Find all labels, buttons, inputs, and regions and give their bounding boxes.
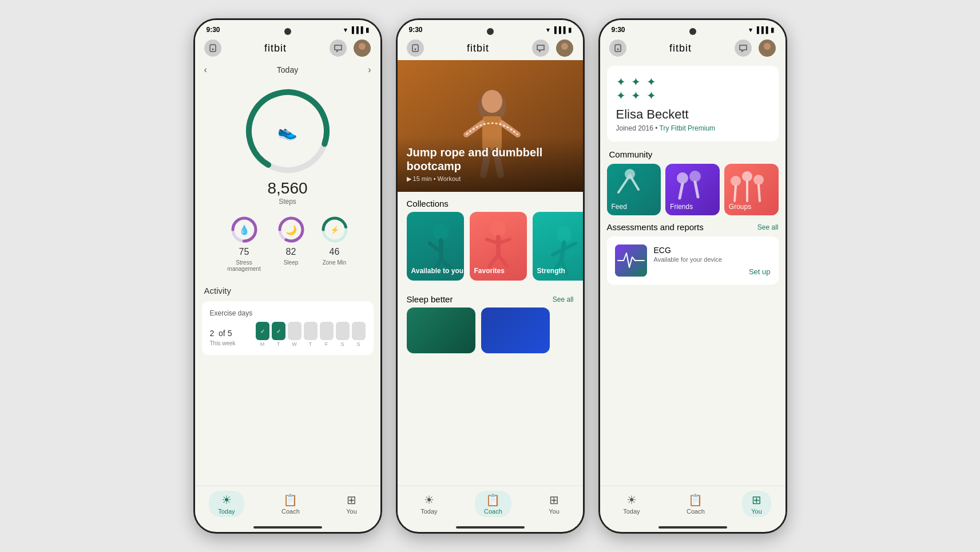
metric-zone[interactable]: ⚡ 46 Zone Min bbox=[320, 215, 350, 272]
sleep-card-1[interactable] bbox=[407, 307, 475, 353]
date-nav: ‹ Today › bbox=[195, 60, 380, 80]
day-col-f: F bbox=[320, 322, 334, 347]
zone-label: Zone Min bbox=[323, 259, 347, 266]
today-icon-3: ☀ bbox=[626, 493, 637, 507]
day-dot-s1 bbox=[336, 322, 350, 340]
ecg-setup-button[interactable]: Set up bbox=[654, 267, 771, 276]
nav-today-2[interactable]: ☀ Today bbox=[411, 491, 446, 517]
exercise-days-card[interactable]: Exercise days 2 of 5 This week ✓ M bbox=[202, 301, 374, 355]
nav-coach-2[interactable]: 📋 Coach bbox=[475, 491, 511, 517]
avatar-1[interactable] bbox=[354, 40, 371, 57]
app-bar-1: fitbit bbox=[195, 36, 380, 60]
nav-coach-3[interactable]: 📋 Coach bbox=[677, 491, 714, 517]
nav-coach-1[interactable]: 📋 Coach bbox=[272, 491, 309, 517]
coach-icon-2: 📋 bbox=[486, 493, 500, 507]
svg-point-55 bbox=[753, 175, 764, 185]
collection-favorites[interactable]: Favorites bbox=[470, 212, 527, 281]
home-indicator-1 bbox=[253, 526, 322, 529]
message-icon-3[interactable] bbox=[735, 40, 752, 57]
today-icon-2: ☀ bbox=[424, 493, 434, 507]
device-icon-2[interactable] bbox=[407, 40, 424, 57]
sleep-label: Sleep bbox=[284, 259, 299, 266]
assessments-see-all[interactable]: See all bbox=[757, 223, 779, 231]
exercise-of: of bbox=[219, 329, 228, 338]
sleep-see-all[interactable]: See all bbox=[553, 295, 574, 303]
assess-title: Assessments and reports bbox=[607, 222, 704, 232]
steps-ring[interactable]: 👟 bbox=[242, 85, 334, 177]
wifi-icon: ▾ bbox=[344, 26, 347, 34]
sleep-title: Sleep better bbox=[407, 294, 453, 304]
avatar-3[interactable] bbox=[759, 40, 776, 57]
collection-available[interactable]: Available to you bbox=[407, 212, 464, 281]
screen-content-3: ✦ ✦ ✦✦ ✦ ✦ Elisa Beckett Joined 2016 • T… bbox=[600, 60, 785, 486]
svg-line-34 bbox=[490, 255, 498, 266]
assess-ecg-card[interactable]: ECG Available for your device Set up bbox=[607, 236, 779, 285]
you-icon-2: ⊞ bbox=[549, 493, 559, 507]
svg-point-36 bbox=[557, 227, 572, 243]
coach-label-3: Coach bbox=[687, 508, 705, 515]
feed-label: Feed bbox=[612, 203, 627, 211]
signal-icon-3: ▐▐▐ bbox=[755, 26, 768, 33]
signal-icon-2: ▐▐▐ bbox=[552, 26, 565, 33]
svg-point-43 bbox=[617, 49, 618, 50]
device-icon-3[interactable] bbox=[609, 40, 626, 57]
day-dot-f bbox=[320, 322, 334, 340]
ecg-info: ECG Available for your device Set up bbox=[654, 246, 771, 276]
app-title-3: fitbit bbox=[669, 42, 692, 54]
hero-title: Jump rope and dumbbell bootcamp bbox=[407, 145, 574, 173]
message-icon-1[interactable] bbox=[330, 40, 347, 57]
message-icon-2[interactable] bbox=[532, 40, 549, 57]
day-col-t1: ✓ T bbox=[272, 322, 285, 347]
nav-today-1[interactable]: ☀ Today bbox=[209, 491, 244, 517]
svg-point-3 bbox=[359, 43, 366, 50]
coach-label-1: Coach bbox=[281, 508, 300, 515]
status-bar-1: 9:30 ▾ ▐▐▐ ▮ bbox=[195, 20, 380, 36]
community-friends[interactable]: Friends bbox=[665, 164, 720, 215]
steps-center: 👟 bbox=[277, 122, 297, 141]
day-label-t2: T bbox=[309, 341, 312, 347]
today-label-2: Today bbox=[420, 508, 437, 515]
device-icon[interactable] bbox=[204, 40, 221, 57]
nav-you-2[interactable]: ⊞ You bbox=[539, 491, 569, 517]
svg-point-13 bbox=[414, 49, 416, 50]
profile-name: Elisa Beckett bbox=[616, 107, 769, 122]
community-groups[interactable]: Groups bbox=[724, 164, 779, 215]
activity-header: Activity bbox=[195, 281, 380, 298]
screen-content-1: ‹ Today › 👟 8,560 Steps bbox=[195, 60, 380, 486]
nav-today-3[interactable]: ☀ Today bbox=[614, 491, 649, 517]
day-dot-t1: ✓ bbox=[272, 322, 285, 340]
camera-pill-2 bbox=[487, 28, 494, 35]
status-icons-3: ▾ ▐▐▐ ▮ bbox=[749, 26, 773, 34]
prev-day-button[interactable]: ‹ bbox=[204, 65, 207, 75]
svg-point-1 bbox=[212, 49, 213, 50]
assessments-section: Assessments and reports See all bbox=[600, 220, 785, 287]
stress-value: 75 bbox=[239, 247, 249, 257]
premium-link[interactable]: Try Fitbit Premium bbox=[660, 124, 716, 132]
groups-label: Groups bbox=[729, 203, 751, 211]
day-dots: ✓ M ✓ T W T bbox=[256, 322, 366, 347]
bottom-nav-1: ☀ Today 📋 Coach ⊞ You bbox=[195, 486, 380, 526]
steps-label: Steps bbox=[279, 198, 296, 206]
svg-point-49 bbox=[677, 172, 688, 184]
hero-workout-image[interactable]: Jump rope and dumbbell bootcamp ▶ 15 min… bbox=[398, 60, 583, 192]
sleep-card-2[interactable] bbox=[481, 307, 550, 353]
metric-sleep[interactable]: 🌙 82 Sleep bbox=[276, 215, 306, 272]
app-title-1: fitbit bbox=[264, 42, 287, 54]
community-title: Community bbox=[607, 149, 779, 159]
sleep-row bbox=[398, 307, 583, 353]
app-bar-icons-1 bbox=[330, 40, 371, 57]
nav-you-1[interactable]: ⊞ You bbox=[337, 491, 366, 517]
assess-header: Assessments and reports See all bbox=[607, 222, 779, 232]
exercise-week-label: This week bbox=[210, 340, 236, 346]
app-bar-icons-2 bbox=[532, 40, 573, 57]
next-day-button[interactable]: › bbox=[368, 65, 371, 75]
nav-you-3[interactable]: ⊞ You bbox=[742, 491, 771, 517]
you-label-3: You bbox=[751, 508, 762, 515]
bottom-nav-3: ☀ Today 📋 Coach ⊞ You bbox=[600, 486, 785, 526]
avatar-2[interactable] bbox=[556, 40, 573, 57]
metric-stress[interactable]: 💧 75 Stress management bbox=[226, 215, 263, 272]
date-label: Today bbox=[277, 65, 298, 74]
svg-point-19 bbox=[482, 90, 502, 113]
collection-strength[interactable]: Strength bbox=[533, 212, 583, 281]
community-feed[interactable]: Feed bbox=[607, 164, 661, 215]
